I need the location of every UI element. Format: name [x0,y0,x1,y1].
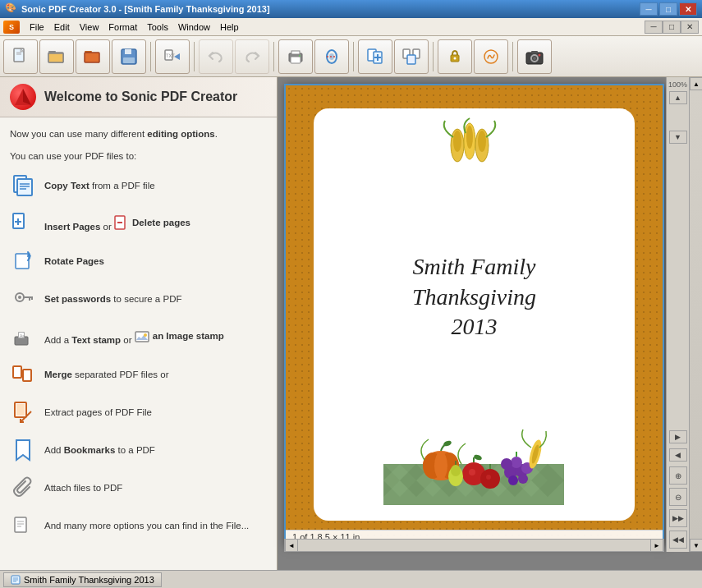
feature-copy-text: Copy Text from a PDF file [10,172,267,199]
bookmarks-label: Add Bookmarks to a PDF [44,445,155,455]
v-scrollbar[interactable]: ▲ ▼ [689,77,702,552]
minimize-button[interactable]: ─ [640,2,658,16]
save-button[interactable] [112,39,146,74]
merge-icon [10,361,36,388]
svg-point-101 [451,465,461,476]
passwords-icon [10,286,36,312]
close-button[interactable]: ✕ [679,2,697,16]
protect-button[interactable] [438,39,472,74]
toolbar-separator-6 [512,42,513,71]
svg-point-31 [454,57,457,59]
insert-delete-label: Insert Pages or Delete pages [44,215,190,232]
taskbar-document[interactable]: Smith Family Thanksgiving 2013 [3,572,162,587]
scan-button[interactable] [314,39,349,74]
svg-rect-65 [16,404,25,416]
pdf-title: Smith Family Thanksgiving 2013 [412,172,536,423]
menu-help[interactable]: Help [215,21,244,34]
use-text: You can use your PDF files to: [10,149,267,163]
svg-rect-60 [135,332,149,342]
zoom-fit-button[interactable]: ⊖ [669,488,687,506]
attach-icon [10,475,36,501]
toolbar-separator-5 [433,42,434,71]
feature-stamps: Aa Add a Text stamp or an Image stamp [10,324,267,350]
pdf-viewer: Smith Family Thanksgiving 2013 [284,84,664,545]
stamps-icon: Aa [10,324,36,350]
zoom-plus-button[interactable]: ⊕ [669,466,687,485]
svg-point-35 [533,57,536,60]
copy-text-label: Copy Text from a PDF file [44,181,155,191]
print-button[interactable] [278,39,313,74]
svg-point-85 [511,457,522,468]
side-tools: 100% ▲ ▼ ▶ ◀ ⊕ ⊖ ▶▶ ◀◀ [666,77,689,552]
main-area: Welcome to Sonic PDF Creator Now you can… [0,77,702,570]
svg-point-76 [478,131,486,152]
menu-tools[interactable]: Tools [142,21,173,34]
toolbar: TXT [0,36,702,77]
title-bar: 🎨 Sonic PDF Creator 3.0 - [Smith Family … [0,0,702,18]
merge-button[interactable] [394,39,429,74]
scroll-left-button[interactable]: ◀ [669,448,687,462]
insert-pages-icon [10,210,36,237]
folder-button[interactable] [76,39,110,74]
new-button[interactable] [3,39,38,74]
insert-pages-button[interactable] [358,39,392,74]
menu-view[interactable]: View [75,21,104,34]
svg-point-81 [434,452,447,480]
scroll-right-btn[interactable]: ► [650,539,663,552]
close-inner-button[interactable]: ✕ [681,21,699,34]
welcome-header: Welcome to Sonic PDF Creator [0,77,277,117]
pan-left-button[interactable]: ◀◀ [669,531,687,549]
svg-rect-7 [48,53,63,62]
pdf-bottom-decoration [383,423,564,512]
menu-file[interactable]: File [25,21,49,34]
h-scrollbar[interactable]: ◄ ► [284,539,664,552]
feature-passwords: Set passwords to secure a PDF [10,286,267,312]
more-label: And many more options you can find in th… [44,521,249,531]
svg-point-19 [299,55,301,57]
feature-merge: Merge separated PDF files or [10,361,267,388]
passwords-label: Set passwords to secure a PDF [44,294,181,304]
svg-point-86 [501,458,512,470]
pdf-title-line3: 2013 [412,312,536,342]
zoom-in-button[interactable]: ▲ [669,91,687,104]
feature-rotate: Rotate Pages [10,248,267,274]
toolbar-separator-2 [194,42,195,71]
scroll-up-button[interactable]: ▲ [690,77,702,90]
svg-rect-41 [17,179,32,195]
svg-rect-18 [291,51,300,54]
svg-rect-17 [291,57,301,63]
redo-button[interactable] [235,39,269,74]
svg-point-37 [539,53,541,56]
undo-button[interactable] [199,39,233,74]
scroll-down-button[interactable]: ▼ [690,539,702,552]
scroll-left-btn[interactable]: ◄ [285,539,298,552]
svg-marker-15 [174,53,180,60]
menu-format[interactable]: Format [103,21,142,34]
svg-rect-36 [531,51,538,53]
status-bar: Smith Family Thanksgiving 2013 [0,570,702,588]
minimize-inner-button[interactable]: ─ [645,21,663,34]
svg-point-52 [18,296,21,299]
convert-button[interactable]: TXT [155,39,190,74]
menu-bar: S File Edit View Format Tools Window Hel… [0,18,702,36]
menu-edit[interactable]: Edit [49,21,75,34]
svg-rect-50 [16,254,29,269]
zoom-decrease-button[interactable]: ▼ [669,131,687,144]
svg-point-96 [486,475,491,480]
open-button[interactable] [39,39,74,74]
intro-text: Now you can use many different editing o… [10,127,267,141]
restore-inner-button[interactable]: □ [663,21,681,34]
scroll-right-button[interactable]: ▶ [669,430,687,443]
pan-right-button[interactable]: ▶▶ [669,509,687,527]
app-icon: 🎨 [5,2,18,16]
zoom-percent-label: 100% [668,80,687,89]
menu-window[interactable]: Window [173,21,215,34]
restore-button[interactable]: □ [659,2,677,16]
merge-label: Merge separated PDF files or [44,370,168,379]
svg-point-75 [466,126,473,149]
svg-rect-63 [23,370,31,381]
svg-text:Aa: Aa [20,333,25,338]
svg-point-92 [469,469,475,475]
camera-button[interactable] [517,39,552,74]
sign-button[interactable] [474,39,508,74]
